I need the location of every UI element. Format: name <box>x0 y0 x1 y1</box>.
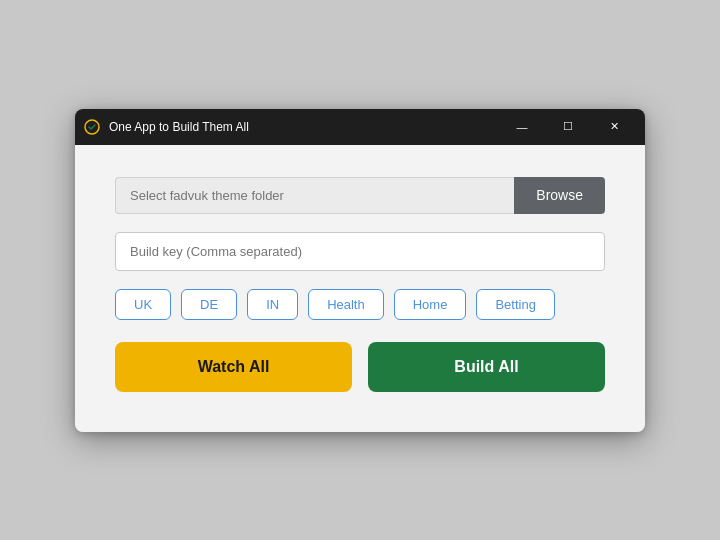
build-all-button[interactable]: Build All <box>368 342 605 392</box>
tag-home[interactable]: Home <box>394 289 467 320</box>
build-key-input[interactable] <box>115 232 605 271</box>
tag-row: UK DE IN Health Home Betting <box>115 289 605 320</box>
window-title: One App to Build Them All <box>109 120 499 134</box>
tag-in[interactable]: IN <box>247 289 298 320</box>
app-icon <box>83 118 101 136</box>
app-window: One App to Build Them All — ☐ ✕ Browse U… <box>75 109 645 432</box>
folder-row: Browse <box>115 177 605 214</box>
tag-betting[interactable]: Betting <box>476 289 554 320</box>
tag-health[interactable]: Health <box>308 289 384 320</box>
close-button[interactable]: ✕ <box>591 109 637 145</box>
title-bar: One App to Build Them All — ☐ ✕ <box>75 109 645 145</box>
folder-input[interactable] <box>115 177 514 214</box>
maximize-button[interactable]: ☐ <box>545 109 591 145</box>
tag-de[interactable]: DE <box>181 289 237 320</box>
window-body: Browse UK DE IN Health Home Betting Watc… <box>75 145 645 432</box>
browse-button[interactable]: Browse <box>514 177 605 214</box>
window-controls: — ☐ ✕ <box>499 109 637 145</box>
tag-uk[interactable]: UK <box>115 289 171 320</box>
action-row: Watch All Build All <box>115 342 605 392</box>
minimize-button[interactable]: — <box>499 109 545 145</box>
watch-all-button[interactable]: Watch All <box>115 342 352 392</box>
